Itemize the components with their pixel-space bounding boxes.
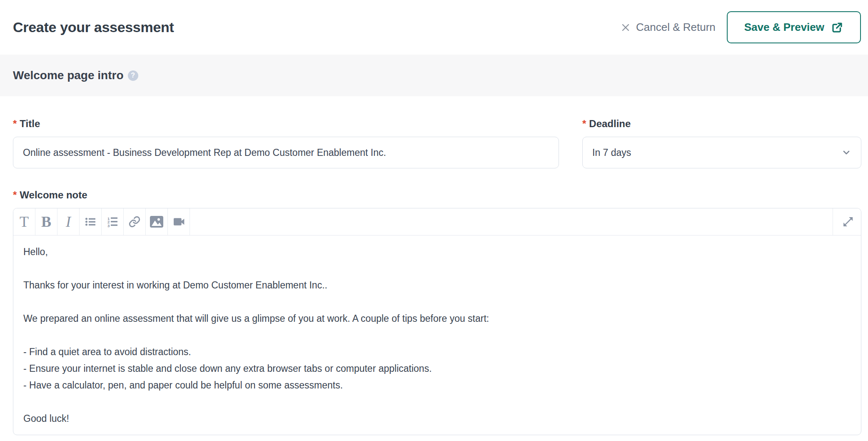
editor-toolbar: T B I: [13, 208, 861, 236]
assessment-form: * Title * Deadline In 7 days * We: [0, 96, 868, 435]
text-icon: T: [20, 214, 29, 229]
insert-image-button[interactable]: [146, 208, 168, 235]
deadline-label-text: Deadline: [589, 118, 631, 130]
numbered-list-button[interactable]: 1 2 3: [102, 208, 124, 235]
help-icon[interactable]: ?: [128, 70, 138, 81]
page-header: Create your assessment Cancel & Return S…: [0, 0, 868, 55]
deadline-field-group: * Deadline In 7 days: [582, 118, 861, 168]
create-assessment-page: { "header": { "title": "Create your asse…: [0, 0, 868, 441]
required-marker: *: [582, 118, 586, 130]
external-link-icon: [831, 21, 843, 34]
title-deadline-row: * Title * Deadline In 7 days: [13, 118, 861, 168]
editor-line: We prepared an online assessment that wi…: [23, 310, 851, 327]
deadline-select[interactable]: In 7 days: [582, 137, 861, 168]
chevron-down-icon: [841, 148, 851, 158]
editor-line: [23, 260, 851, 277]
expand-editor-button[interactable]: [833, 208, 861, 235]
title-label: * Title: [13, 118, 559, 130]
editor-line: - Have a calculator, pen, and paper coul…: [23, 377, 851, 393]
cancel-return-label: Cancel & Return: [636, 21, 716, 34]
welcome-note-field-group: * Welcome note T B I: [13, 189, 861, 435]
link-button[interactable]: [124, 208, 146, 235]
italic-icon: I: [66, 214, 71, 229]
deadline-selected-value: In 7 days: [592, 147, 631, 158]
save-preview-label: Save & Preview: [744, 21, 824, 34]
bold-icon: B: [41, 214, 51, 229]
cancel-return-button[interactable]: Cancel & Return: [621, 21, 716, 34]
section-title: Welcome page intro: [13, 69, 124, 82]
page-title: Create your assessment: [13, 19, 174, 35]
numbered-list-icon: 1 2 3: [106, 215, 119, 228]
deadline-label: * Deadline: [582, 118, 861, 130]
bullet-list-icon: [84, 215, 97, 228]
svg-text:3: 3: [107, 223, 110, 228]
bullet-list-button[interactable]: [80, 208, 102, 235]
rich-text-editor: T B I: [13, 208, 861, 435]
section-header: Welcome page intro ?: [0, 55, 868, 96]
title-input[interactable]: [13, 137, 559, 168]
editor-line: [23, 293, 851, 310]
welcome-note-textarea[interactable]: Hello, Thanks for your interest in worki…: [13, 236, 861, 435]
welcome-note-label-text: Welcome note: [20, 189, 87, 201]
editor-line: [23, 327, 851, 343]
expand-icon: [841, 215, 853, 228]
title-label-text: Title: [20, 118, 40, 130]
editor-line: - Ensure your internet is stable and clo…: [23, 360, 851, 377]
welcome-note-label: * Welcome note: [13, 189, 861, 201]
italic-button[interactable]: I: [57, 208, 80, 235]
required-marker: *: [13, 118, 17, 130]
insert-video-button[interactable]: [168, 208, 190, 235]
editor-line: Good luck!: [23, 410, 851, 427]
text-style-button[interactable]: T: [13, 208, 35, 235]
title-field-group: * Title: [13, 118, 559, 168]
header-actions: Cancel & Return Save & Preview: [621, 11, 861, 43]
required-marker: *: [13, 189, 17, 201]
editor-line: Hello,: [23, 243, 851, 260]
editor-line: [23, 393, 851, 410]
editor-line: - Find a quiet area to avoid distraction…: [23, 343, 851, 360]
editor-line: Thanks for your interest in working at D…: [23, 277, 851, 293]
close-icon: [621, 23, 631, 33]
image-icon: [150, 215, 164, 228]
video-icon: [172, 215, 185, 228]
link-icon: [128, 215, 141, 228]
bold-button[interactable]: B: [35, 208, 57, 235]
save-preview-button[interactable]: Save & Preview: [727, 11, 861, 43]
